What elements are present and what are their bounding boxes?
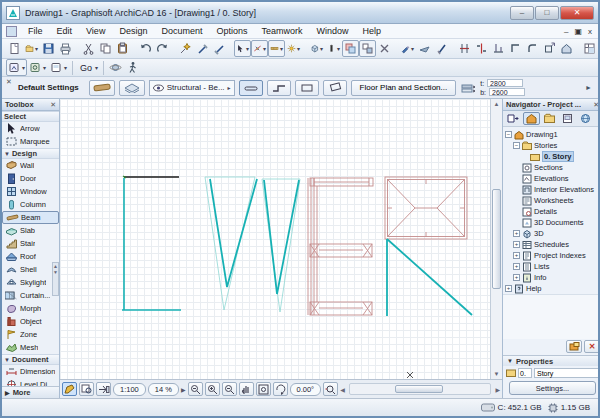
tool-door[interactable]: Door xyxy=(2,172,59,185)
tree-item-details[interactable]: Details xyxy=(503,206,600,217)
fly-flat-button[interactable] xyxy=(416,40,433,57)
tool-column[interactable]: Column xyxy=(2,198,59,211)
toolbox-scrollbar[interactable]: ▲▼ xyxy=(52,262,59,296)
toolbox-close-icon[interactable]: ✕ xyxy=(50,101,56,109)
column-tool-button[interactable]: ▾ xyxy=(325,40,342,57)
tool-beam[interactable]: Beam xyxy=(2,211,59,224)
menu-file[interactable]: File xyxy=(21,25,50,37)
menu-edit[interactable]: Edit xyxy=(50,25,80,37)
tool-arrow[interactable]: Arrow xyxy=(2,122,59,135)
open-file-button[interactable]: ▾ xyxy=(23,40,40,57)
toolbox-section-document[interactable]: ▼Document xyxy=(2,354,59,365)
default-settings-label[interactable]: Default Settings xyxy=(16,83,85,92)
3d-cube-button[interactable]: ▾ xyxy=(308,40,325,57)
floor-plan-section-button[interactable]: Floor Plan and Section... xyxy=(351,80,457,96)
tool-mesh[interactable]: Mesh xyxy=(2,341,59,354)
hscroll-left-icon[interactable]: ◀ xyxy=(340,386,345,393)
project-chooser-button[interactable] xyxy=(505,112,522,125)
tool-window[interactable]: Window xyxy=(2,185,59,198)
tree-expander-icon[interactable]: + xyxy=(513,230,520,237)
tree-item-drawing1[interactable]: −Drawing1 xyxy=(503,129,600,140)
b-value-field[interactable]: 2600 xyxy=(489,88,525,96)
cut-button[interactable] xyxy=(80,40,97,57)
copy-button[interactable] xyxy=(97,40,114,57)
menu-help[interactable]: Help xyxy=(356,25,389,37)
properties-header[interactable]: ▼ Properties xyxy=(503,355,600,366)
tool-slab[interactable]: Slab xyxy=(2,224,59,237)
tree-item-elevations[interactable]: Elevations xyxy=(503,173,600,184)
trim-button[interactable] xyxy=(456,40,473,57)
infobox-close-icon[interactable]: ✕ xyxy=(6,78,12,86)
menu-options[interactable]: Options xyxy=(209,25,254,37)
tree-item-sections[interactable]: Sections xyxy=(503,162,600,173)
scale-button[interactable]: 1:100 xyxy=(113,383,146,396)
floor-plan-canvas[interactable] xyxy=(60,99,490,379)
beam-layer-button[interactable] xyxy=(119,80,145,96)
roof-hip-tl[interactable] xyxy=(388,180,416,209)
menu-design[interactable]: Design xyxy=(112,25,154,37)
scroll-down-icon[interactable]: ▼ xyxy=(494,369,500,379)
tree-expander-icon[interactable]: + xyxy=(513,252,520,259)
tree-item-schedules[interactable]: +Schedules xyxy=(503,239,600,250)
paste-button[interactable] xyxy=(114,40,131,57)
story-number-field[interactable]: 0. xyxy=(518,368,532,378)
tree-item-lists[interactable]: +Lists xyxy=(503,261,600,272)
split-button[interactable] xyxy=(473,40,490,57)
tree-expander-icon[interactable]: + xyxy=(505,285,512,292)
pick-up-parameters-button[interactable] xyxy=(194,40,211,57)
tree-item-info[interactable]: +Info xyxy=(503,272,600,283)
roof-hip-tr[interactable] xyxy=(437,180,465,209)
corner-button[interactable] xyxy=(507,40,524,57)
fit-in-window-button[interactable] xyxy=(256,382,271,396)
minimize-button[interactable]: – xyxy=(510,6,534,20)
hscroll-right-icon[interactable]: ▶ xyxy=(495,386,500,393)
guide-lines-button[interactable]: ▾ xyxy=(268,40,285,57)
layout-book-button[interactable] xyxy=(559,112,576,125)
zoom-previous-button[interactable] xyxy=(323,382,338,396)
model-view-options-button[interactable] xyxy=(79,382,94,396)
trace-reference-button[interactable] xyxy=(342,40,359,57)
tree-item-help[interactable]: +Help xyxy=(503,283,600,294)
toolbox-more-section[interactable]: ▶More xyxy=(2,386,59,398)
mdi-document-icon[interactable] xyxy=(6,26,17,37)
save-button[interactable] xyxy=(40,40,57,57)
drawing-order-button[interactable] xyxy=(359,40,376,57)
tree-item-3d[interactable]: +3D xyxy=(503,228,600,239)
partial-structure-button[interactable] xyxy=(96,382,111,396)
navigator-preview-close-button[interactable]: ✕ xyxy=(584,340,600,353)
tree-item-3d-documents[interactable]: 3D Documents xyxy=(503,217,600,228)
t-value-field[interactable]: 2800 xyxy=(487,79,523,87)
geometry-chained-button[interactable] xyxy=(267,80,291,96)
zoom-out-button[interactable] xyxy=(222,382,237,396)
layout-view-button[interactable]: ▾ xyxy=(48,59,69,76)
toolbox-section-select[interactable]: Select xyxy=(2,111,59,122)
fillet-button[interactable] xyxy=(524,40,541,57)
sun-settings-button[interactable]: ▾ xyxy=(285,40,302,57)
horizontal-scroll-thumb[interactable] xyxy=(395,385,443,393)
orientation-button[interactable]: 0.00° xyxy=(290,383,322,396)
selection-options-button[interactable]: ▾ xyxy=(234,40,251,57)
tree-item-interior-elevations[interactable]: Interior Elevations xyxy=(503,184,600,195)
rotate-view-button[interactable] xyxy=(273,382,288,396)
tool-shell[interactable]: Shell xyxy=(2,263,59,276)
find-and-select-button[interactable] xyxy=(177,40,194,57)
mdi-minimize-button[interactable]: – xyxy=(564,27,568,36)
zoom-menu-arrow-icon[interactable]: ▶ xyxy=(181,386,186,393)
tool-roof[interactable]: Roof xyxy=(2,250,59,263)
e-bot-beam[interactable] xyxy=(310,302,372,315)
tool-level-dimension[interactable]: Level Di... xyxy=(2,378,59,386)
view-settings-button[interactable]: ▾ xyxy=(27,59,48,76)
mdi-restore-button[interactable]: ▣ xyxy=(574,27,582,36)
tool-morph[interactable]: Morph xyxy=(2,302,59,315)
navigator-close-icon[interactable]: ✕ xyxy=(593,101,599,109)
tool-curtain-wall[interactable]: Curtain... xyxy=(2,289,59,302)
orbit-button[interactable] xyxy=(107,59,124,76)
tree-item-0-story[interactable]: 0. Story xyxy=(503,151,600,162)
fly-pen2-button[interactable] xyxy=(433,40,450,57)
menu-document[interactable]: Document xyxy=(154,25,209,37)
beam-default-settings-button[interactable] xyxy=(89,80,115,96)
toolbox-section-design[interactable]: ▼Design xyxy=(2,148,59,159)
tool-skylight[interactable]: Skylight xyxy=(2,276,59,289)
tool-wall[interactable]: Wall xyxy=(2,159,59,172)
geometry-rectangle-button[interactable] xyxy=(295,80,319,96)
